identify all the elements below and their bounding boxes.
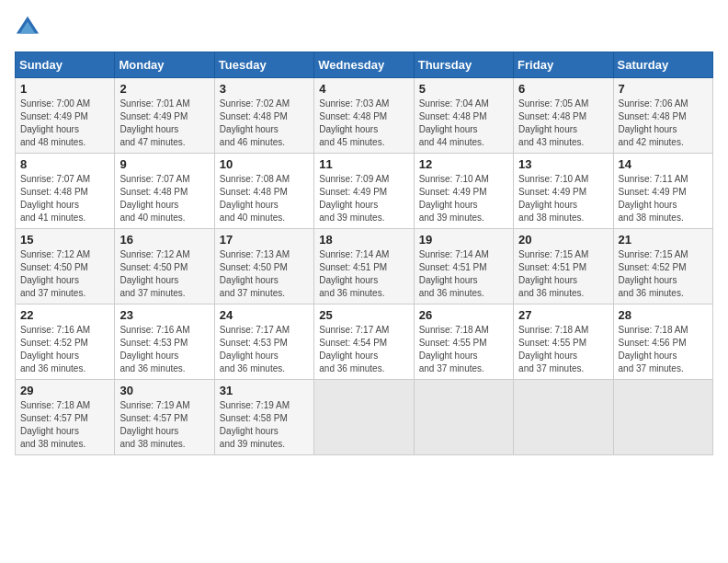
day-info: Sunrise: 7:17 AMSunset: 4:54 PMDaylight … (319, 324, 408, 375)
calendar-cell: 21Sunrise: 7:15 AMSunset: 4:52 PMDayligh… (613, 229, 712, 304)
calendar-cell: 4Sunrise: 7:03 AMSunset: 4:48 PMDaylight… (314, 78, 414, 154)
logo-icon (15, 15, 40, 40)
day-number: 16 (119, 233, 209, 247)
day-info: Sunrise: 7:11 AMSunset: 4:49 PMDaylight … (619, 173, 708, 224)
day-info: Sunrise: 7:13 AMSunset: 4:50 PMDaylight … (220, 248, 309, 300)
calendar-table: SundayMondayTuesdayWednesdayThursdayFrid… (15, 52, 713, 455)
day-info: Sunrise: 7:06 AMSunset: 4:48 PMDaylight … (619, 98, 708, 149)
day-info: Sunrise: 7:17 AMSunset: 4:53 PMDaylight … (220, 324, 309, 375)
calendar-cell: 2Sunrise: 7:01 AMSunset: 4:49 PMDaylight… (115, 78, 214, 154)
calendar-cell: 25Sunrise: 7:17 AMSunset: 4:54 PMDayligh… (314, 304, 414, 380)
day-number: 18 (319, 233, 408, 247)
day-number: 28 (619, 308, 708, 322)
calendar-cell: 28Sunrise: 7:18 AMSunset: 4:56 PMDayligh… (613, 304, 712, 380)
logo (15, 15, 44, 40)
day-number: 8 (20, 157, 109, 171)
day-number: 5 (419, 82, 508, 96)
calendar-cell (414, 380, 513, 455)
day-number: 15 (20, 233, 109, 247)
calendar-cell: 13Sunrise: 7:10 AMSunset: 4:49 PMDayligh… (514, 154, 613, 229)
day-number: 23 (119, 308, 209, 322)
calendar-cell: 19Sunrise: 7:14 AMSunset: 4:51 PMDayligh… (414, 229, 513, 304)
calendar-cell: 30Sunrise: 7:19 AMSunset: 4:57 PMDayligh… (115, 380, 214, 455)
day-number: 29 (20, 384, 109, 397)
calendar-cell: 10Sunrise: 7:08 AMSunset: 4:48 PMDayligh… (214, 154, 313, 229)
day-info: Sunrise: 7:12 AMSunset: 4:50 PMDaylight … (20, 248, 109, 300)
day-info: Sunrise: 7:09 AMSunset: 4:49 PMDaylight … (319, 173, 408, 224)
day-info: Sunrise: 7:12 AMSunset: 4:50 PMDaylight … (119, 248, 209, 300)
day-info: Sunrise: 7:18 AMSunset: 4:55 PMDaylight … (518, 324, 608, 375)
calendar-cell (314, 380, 414, 455)
day-number: 3 (220, 82, 309, 96)
calendar-cell: 23Sunrise: 7:16 AMSunset: 4:53 PMDayligh… (115, 304, 214, 380)
day-info: Sunrise: 7:01 AMSunset: 4:49 PMDaylight … (119, 98, 209, 149)
day-number: 1 (20, 82, 109, 96)
day-info: Sunrise: 7:14 AMSunset: 4:51 PMDaylight … (419, 248, 508, 300)
day-number: 14 (619, 157, 708, 171)
day-info: Sunrise: 7:15 AMSunset: 4:51 PMDaylight … (518, 248, 608, 300)
calendar-cell: 24Sunrise: 7:17 AMSunset: 4:53 PMDayligh… (214, 304, 313, 380)
day-number: 20 (518, 233, 608, 247)
col-header-sunday: Sunday (16, 52, 115, 78)
day-info: Sunrise: 7:05 AMSunset: 4:48 PMDaylight … (518, 98, 608, 149)
day-info: Sunrise: 7:19 AMSunset: 4:57 PMDaylight … (119, 399, 209, 451)
day-info: Sunrise: 7:18 AMSunset: 4:57 PMDaylight … (20, 399, 109, 451)
calendar-cell: 20Sunrise: 7:15 AMSunset: 4:51 PMDayligh… (514, 229, 613, 304)
col-header-monday: Monday (115, 52, 214, 78)
day-info: Sunrise: 7:02 AMSunset: 4:48 PMDaylight … (220, 98, 309, 149)
col-header-friday: Friday (514, 52, 613, 78)
calendar-week-1: 1Sunrise: 7:00 AMSunset: 4:49 PMDaylight… (16, 78, 713, 154)
calendar-cell: 15Sunrise: 7:12 AMSunset: 4:50 PMDayligh… (16, 229, 115, 304)
calendar-cell: 6Sunrise: 7:05 AMSunset: 4:48 PMDaylight… (514, 78, 613, 154)
day-number: 21 (619, 233, 708, 247)
calendar-cell: 9Sunrise: 7:07 AMSunset: 4:48 PMDaylight… (115, 154, 214, 229)
day-number: 12 (419, 157, 508, 171)
calendar-week-3: 15Sunrise: 7:12 AMSunset: 4:50 PMDayligh… (16, 229, 713, 304)
day-info: Sunrise: 7:18 AMSunset: 4:55 PMDaylight … (419, 324, 508, 375)
calendar-cell: 12Sunrise: 7:10 AMSunset: 4:49 PMDayligh… (414, 154, 513, 229)
day-info: Sunrise: 7:19 AMSunset: 4:58 PMDaylight … (220, 399, 309, 451)
day-number: 11 (319, 157, 408, 171)
day-number: 30 (119, 384, 209, 397)
day-number: 17 (220, 233, 309, 247)
day-number: 24 (220, 308, 309, 322)
day-number: 2 (119, 82, 209, 96)
day-info: Sunrise: 7:14 AMSunset: 4:51 PMDaylight … (319, 248, 408, 300)
day-number: 13 (518, 157, 608, 171)
calendar-cell: 7Sunrise: 7:06 AMSunset: 4:48 PMDaylight… (613, 78, 712, 154)
day-info: Sunrise: 7:16 AMSunset: 4:52 PMDaylight … (20, 324, 109, 375)
calendar-cell: 1Sunrise: 7:00 AMSunset: 4:49 PMDaylight… (16, 78, 115, 154)
calendar-cell: 29Sunrise: 7:18 AMSunset: 4:57 PMDayligh… (16, 380, 115, 455)
day-info: Sunrise: 7:04 AMSunset: 4:48 PMDaylight … (419, 98, 508, 149)
calendar-cell: 14Sunrise: 7:11 AMSunset: 4:49 PMDayligh… (613, 154, 712, 229)
day-info: Sunrise: 7:07 AMSunset: 4:48 PMDaylight … (20, 173, 109, 224)
page-header (15, 15, 713, 40)
day-info: Sunrise: 7:10 AMSunset: 4:49 PMDaylight … (419, 173, 508, 224)
calendar-week-2: 8Sunrise: 7:07 AMSunset: 4:48 PMDaylight… (16, 154, 713, 229)
calendar-cell: 31Sunrise: 7:19 AMSunset: 4:58 PMDayligh… (214, 380, 313, 455)
calendar-cell: 26Sunrise: 7:18 AMSunset: 4:55 PMDayligh… (414, 304, 513, 380)
day-number: 6 (518, 82, 608, 96)
day-number: 10 (220, 157, 309, 171)
day-number: 19 (419, 233, 508, 247)
day-number: 25 (319, 308, 408, 322)
day-info: Sunrise: 7:07 AMSunset: 4:48 PMDaylight … (119, 173, 209, 224)
day-info: Sunrise: 7:18 AMSunset: 4:56 PMDaylight … (619, 324, 708, 375)
day-info: Sunrise: 7:03 AMSunset: 4:48 PMDaylight … (319, 98, 408, 149)
day-info: Sunrise: 7:08 AMSunset: 4:48 PMDaylight … (220, 173, 309, 224)
calendar-cell: 5Sunrise: 7:04 AMSunset: 4:48 PMDaylight… (414, 78, 513, 154)
calendar-cell: 3Sunrise: 7:02 AMSunset: 4:48 PMDaylight… (214, 78, 313, 154)
calendar-week-4: 22Sunrise: 7:16 AMSunset: 4:52 PMDayligh… (16, 304, 713, 380)
col-header-thursday: Thursday (414, 52, 513, 78)
calendar-cell: 8Sunrise: 7:07 AMSunset: 4:48 PMDaylight… (16, 154, 115, 229)
day-number: 9 (119, 157, 209, 171)
day-info: Sunrise: 7:10 AMSunset: 4:49 PMDaylight … (518, 173, 608, 224)
calendar-cell: 16Sunrise: 7:12 AMSunset: 4:50 PMDayligh… (115, 229, 214, 304)
calendar-week-5: 29Sunrise: 7:18 AMSunset: 4:57 PMDayligh… (16, 380, 713, 455)
calendar-cell: 17Sunrise: 7:13 AMSunset: 4:50 PMDayligh… (214, 229, 313, 304)
calendar-cell: 22Sunrise: 7:16 AMSunset: 4:52 PMDayligh… (16, 304, 115, 380)
col-header-wednesday: Wednesday (314, 52, 414, 78)
day-number: 27 (518, 308, 608, 322)
calendar-cell: 18Sunrise: 7:14 AMSunset: 4:51 PMDayligh… (314, 229, 414, 304)
calendar-cell: 11Sunrise: 7:09 AMSunset: 4:49 PMDayligh… (314, 154, 414, 229)
